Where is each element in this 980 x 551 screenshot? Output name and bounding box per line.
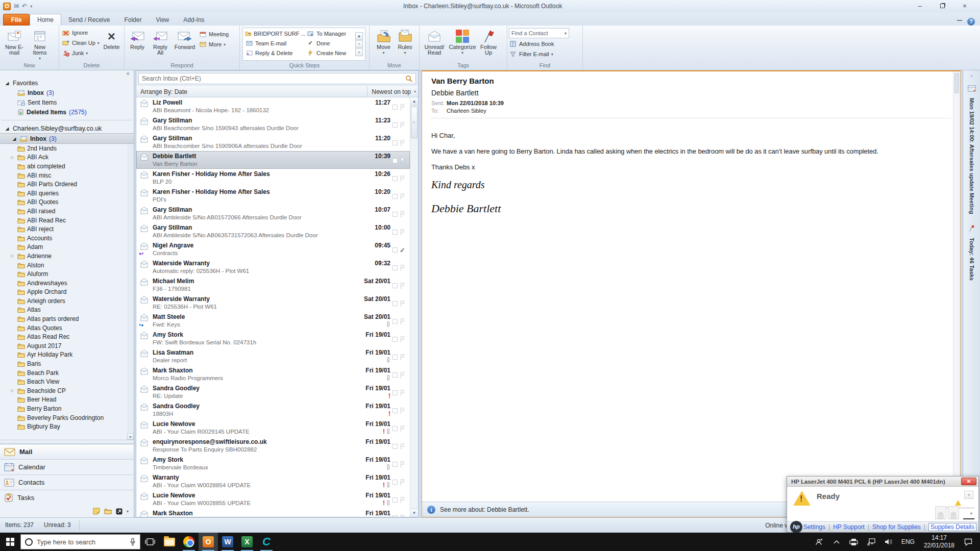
- network-icon[interactable]: [864, 533, 879, 551]
- category-box[interactable]: [393, 212, 398, 217]
- notes-icon[interactable]: [93, 508, 100, 515]
- flag-icon[interactable]: [400, 514, 405, 517]
- word-icon[interactable]: W: [218, 533, 237, 551]
- sidebar-folder[interactable]: ABI queries: [0, 189, 134, 198]
- sidebar-folder[interactable]: Andrewshayes: [0, 279, 134, 288]
- sidebar-folder[interactable]: Alston: [0, 261, 134, 270]
- new-items-button[interactable]: New Items ▾: [27, 27, 53, 62]
- ignore-button[interactable]: Ignore: [62, 28, 100, 37]
- flag-icon[interactable]: [400, 407, 405, 414]
- category-box[interactable]: [393, 194, 398, 199]
- nav-button-tasks[interactable]: Tasks: [0, 490, 134, 505]
- list-scrollbar[interactable]: ▲ ≡ ▼: [410, 97, 418, 517]
- flag-icon[interactable]: [400, 425, 405, 432]
- tab-add-ins[interactable]: Add-Ins: [176, 14, 211, 26]
- nav-button-contacts[interactable]: Contacts: [0, 474, 134, 490]
- address-book-button[interactable]: Address Book: [509, 39, 569, 48]
- quick-step-done[interactable]: ✓ Done: [306, 39, 353, 47]
- people-icon[interactable]: [812, 533, 827, 551]
- sort-dropdown-icon[interactable]: ▾: [414, 89, 416, 94]
- sidebar-folder[interactable]: Atlas Quotes: [0, 323, 134, 333]
- clean-up-button[interactable]: Clean Up▾: [62, 38, 100, 47]
- category-box[interactable]: [393, 480, 398, 485]
- flag-icon[interactable]: [400, 496, 405, 504]
- undo-icon[interactable]: ↶: [22, 3, 27, 10]
- find-a-contact-input[interactable]: Find a Contact ▾: [509, 28, 569, 38]
- quick-step-bridport[interactable]: BRIDPORT SURF ...: [245, 29, 305, 38]
- chrome-icon[interactable]: [179, 533, 199, 551]
- category-box[interactable]: [393, 390, 398, 395]
- flag-icon[interactable]: [400, 336, 405, 343]
- scrollbar-thumb[interactable]: ≡: [411, 107, 418, 138]
- quick-steps-scroll-down[interactable]: ▼: [355, 40, 363, 48]
- flag-icon[interactable]: [400, 318, 405, 325]
- flag-icon[interactable]: [400, 371, 405, 379]
- flag-icon[interactable]: [400, 479, 405, 486]
- list-item[interactable]: Gary Stillman 10:07 ABI Ambleside S/No A…: [136, 205, 410, 222]
- sidebar-folder[interactable]: ABI misc: [0, 171, 134, 180]
- category-box[interactable]: [393, 265, 398, 270]
- sidebar-folder[interactable]: Adam: [0, 243, 134, 252]
- flag-icon[interactable]: [400, 104, 405, 111]
- account-expander-icon[interactable]: ◢: [4, 126, 10, 131]
- file-explorer-icon[interactable]: [160, 533, 179, 551]
- category-box[interactable]: [393, 176, 398, 181]
- send-receive-quick-icon[interactable]: ✉: [14, 3, 19, 10]
- scrollbar-thumb[interactable]: [954, 73, 959, 93]
- start-button[interactable]: [0, 533, 20, 551]
- sidebar-folder[interactable]: Beach View: [0, 377, 134, 386]
- category-box[interactable]: [393, 462, 398, 467]
- list-item[interactable]: Warranty Fri 19/01 ABI - Your Claim W002…: [136, 472, 410, 490]
- popup-title-bar[interactable]: HP LaserJet 400 M401 PCL 6 (HP LaserJet …: [787, 477, 978, 487]
- folder-list-icon[interactable]: [104, 508, 112, 514]
- scroll-up-arrow-icon[interactable]: ▲: [410, 97, 418, 106]
- list-item[interactable]: Lucie Newlove Fri 19/01 ABI - Your Claim…: [136, 419, 410, 437]
- nav-button-mail[interactable]: Mail: [0, 444, 134, 459]
- printer-tray-icon[interactable]: [846, 533, 862, 551]
- category-box[interactable]: [393, 515, 398, 517]
- help-icon[interactable]: ?: [967, 18, 975, 26]
- junk-button[interactable]: Junk▾: [62, 48, 100, 58]
- category-box[interactable]: [393, 355, 398, 360]
- new-email-button[interactable]: New E-mail: [2, 27, 27, 62]
- category-box[interactable]: [393, 230, 398, 235]
- expand-todo-bar-icon[interactable]: ‹: [971, 72, 973, 79]
- outlook-app-icon[interactable]: O: [3, 3, 11, 10]
- quick-step-team-email[interactable]: Team E-mail: [245, 39, 305, 47]
- list-item[interactable]: Sandra Goodley Fri 19/01 18803H ! ✓: [136, 401, 410, 419]
- search-input[interactable]: Search Inbox (Ctrl+E): [138, 73, 416, 84]
- sidebar-folder[interactable]: Arleigh orders: [0, 296, 134, 306]
- sidebar-folder[interactable]: Aluform: [0, 269, 134, 279]
- unread-read-button[interactable]: Unread/ Read: [421, 27, 448, 62]
- favorites-header[interactable]: Favorites: [13, 80, 38, 87]
- flag-icon[interactable]: [400, 264, 405, 271]
- category-box[interactable]: [393, 426, 398, 431]
- category-box[interactable]: [393, 122, 398, 128]
- list-item[interactable]: Debbie Bartlett 10:39 Van Berry Barton !…: [136, 151, 410, 169]
- minimize-ribbon-icon[interactable]: [957, 20, 962, 23]
- taskbar-search-input[interactable]: Type here to search: [20, 534, 140, 549]
- popup-close-icon[interactable]: ✕: [961, 478, 976, 485]
- popup-dropdown-icon[interactable]: ▼: [964, 491, 973, 499]
- supplies-details-link[interactable]: Supplies Details: [928, 523, 976, 531]
- sidebar-folder[interactable]: Bigbury Bay: [0, 422, 134, 431]
- sidebar-folder[interactable]: Berry Barton: [0, 404, 134, 413]
- move-button[interactable]: Move ▾: [373, 27, 395, 62]
- sidebar-folder[interactable]: 2nd Hands: [0, 144, 134, 153]
- search-icon[interactable]: [405, 75, 412, 82]
- scroll-down-arrow-icon[interactable]: ▼: [127, 433, 134, 440]
- minimize-button[interactable]: –: [909, 0, 931, 11]
- meeting-button[interactable]: Meeting: [199, 30, 229, 39]
- list-item[interactable]: Karen Fisher - Holiday Home After Sales …: [136, 187, 410, 205]
- sidebar-folder[interactable]: ABI Read Rec: [0, 216, 134, 225]
- filter-email-button[interactable]: Filter E-mail▾: [509, 49, 569, 59]
- todo-appointment[interactable]: Mon 19/02 14:00: Aftersales update Meeti…: [969, 98, 975, 214]
- collapse-nav-pane-icon[interactable]: «: [126, 70, 130, 78]
- sidebar-item-inbox-selected[interactable]: ◢ Inbox (3): [0, 133, 134, 144]
- flag-icon[interactable]: [400, 229, 405, 236]
- settings-link[interactable]: Settings: [803, 523, 825, 531]
- expand-arrow-icon[interactable]: ▷: [10, 155, 15, 160]
- quick-steps-scroll-up[interactable]: ▲: [355, 32, 363, 40]
- reply-button[interactable]: Reply: [126, 27, 149, 62]
- tab-send-receive[interactable]: Send / Receive: [61, 14, 117, 26]
